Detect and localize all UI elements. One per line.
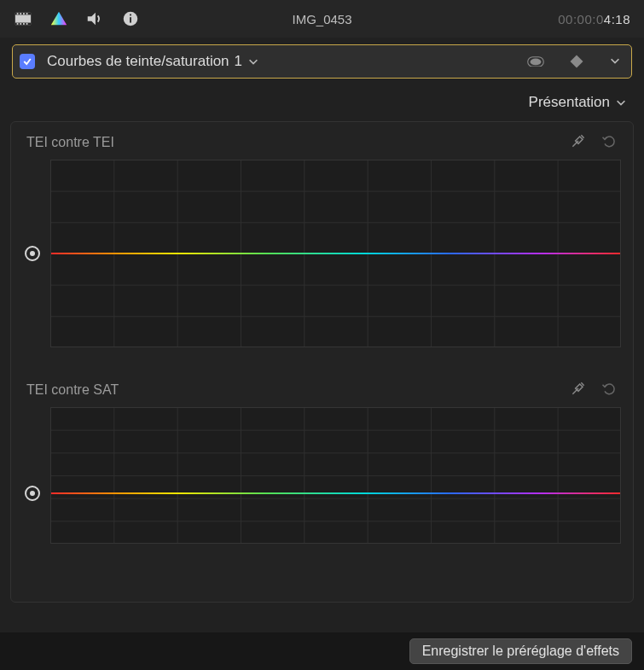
svg-rect-6 [26, 13, 28, 15]
timecode-highlight: 4:18 [604, 12, 630, 26]
effect-chevron-down-icon[interactable] [609, 55, 621, 69]
effect-header-row[interactable]: Courbes de teinte/saturation 1 [12, 44, 632, 79]
curve-point-control[interactable] [25, 486, 40, 501]
chevron-down-icon [615, 96, 627, 108]
effect-enable-checkbox[interactable] [20, 54, 35, 69]
presentation-label: Présentation [529, 94, 610, 111]
svg-rect-3 [17, 13, 19, 15]
reset-undo-icon[interactable] [600, 380, 618, 400]
svg-marker-18 [571, 55, 583, 68]
chevron-down-icon [247, 55, 259, 67]
curve-grid[interactable] [50, 160, 621, 347]
save-effect-preset-button[interactable]: Enregistrer le préréglage d'effets [409, 638, 632, 664]
color-prism-icon[interactable] [49, 9, 68, 28]
presentation-row: Présentation [0, 79, 644, 118]
curve-title: TEI contre SAT [26, 382, 119, 398]
svg-rect-8 [20, 23, 21, 25]
curve-point-control[interactable] [25, 246, 40, 261]
curve-tools [570, 380, 618, 400]
curve-block-hue-vs-sat: TEI contre SAT [18, 380, 626, 544]
svg-rect-4 [20, 13, 21, 15]
timecode-dim: 00:00:0 [558, 12, 604, 26]
curve-tools [570, 132, 618, 153]
hue-spectrum-line[interactable] [50, 492, 621, 494]
svg-rect-9 [23, 23, 25, 25]
svg-rect-14 [130, 17, 131, 22]
bottom-bar: Enregistrer le préréglage d'effets [0, 632, 644, 670]
svg-marker-12 [88, 13, 96, 26]
curve-header: TEI contre SAT [18, 380, 626, 407]
eyedropper-icon[interactable] [570, 132, 587, 153]
presentation-dropdown[interactable]: Présentation [529, 94, 627, 111]
timecode-display: 00:00:04:18 [558, 12, 630, 26]
effect-title-text: Courbes de teinte/saturation [47, 53, 229, 70]
hue-spectrum-line[interactable] [50, 253, 621, 254]
curve-title: TEI contre TEI [26, 135, 114, 150]
curve-block-hue-vs-hue: TEI contre TEI [18, 132, 626, 347]
svg-rect-7 [17, 23, 19, 25]
svg-rect-15 [130, 15, 131, 16]
svg-point-17 [531, 58, 542, 65]
mask-shape-icon[interactable] [527, 55, 544, 68]
audio-volume-icon[interactable] [85, 9, 104, 28]
curve-header: TEI contre TEI [18, 132, 626, 160]
svg-rect-10 [26, 23, 28, 25]
curve-grid[interactable] [50, 407, 621, 544]
topbar-left-icons [14, 9, 140, 28]
info-icon[interactable] [121, 9, 140, 28]
curves-panel: TEI contre TEI TEI contre SAT [10, 121, 634, 603]
effect-instance-number: 1 [235, 53, 242, 70]
video-filmstrip-icon[interactable] [14, 9, 32, 28]
reset-undo-icon[interactable] [600, 132, 618, 153]
eyedropper-icon[interactable] [570, 380, 587, 400]
svg-rect-5 [23, 13, 25, 15]
effect-header-right [527, 55, 621, 69]
effect-title-dropdown[interactable]: Courbes de teinte/saturation 1 [47, 53, 259, 70]
keyframe-icon[interactable] [568, 55, 585, 68]
inspector-topbar: IMG_0453 00:00:04:18 [0, 0, 644, 38]
svg-marker-11 [51, 12, 67, 26]
